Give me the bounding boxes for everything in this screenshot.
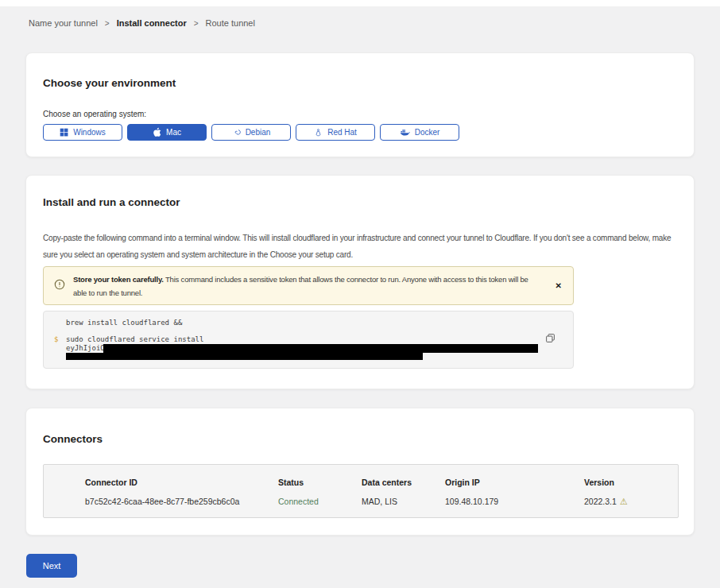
os-button-mac[interactable]: Mac bbox=[127, 124, 207, 141]
docker-icon bbox=[400, 128, 410, 137]
debian-icon bbox=[232, 128, 241, 137]
next-button[interactable]: Next bbox=[26, 554, 77, 578]
alert-circle-icon bbox=[54, 279, 65, 293]
card-title: Connectors bbox=[43, 433, 103, 445]
os-button-debian[interactable]: Debian bbox=[211, 124, 291, 141]
os-button-label: Windows bbox=[73, 128, 106, 137]
breadcrumb-step-install-connector[interactable]: Install connector bbox=[117, 18, 187, 28]
install-description: Copy-paste the following command into a … bbox=[43, 230, 679, 263]
choose-environment-card: Choose your environment Choose an operat… bbox=[25, 52, 695, 157]
os-button-label: Red Hat bbox=[327, 128, 357, 137]
column-header-version: Version bbox=[584, 478, 614, 487]
redacted-token-bar bbox=[103, 344, 538, 353]
card-title: Choose your environment bbox=[43, 77, 176, 89]
breadcrumb-separator: > bbox=[105, 19, 110, 28]
token-warning-text: Store your token carefully. This command… bbox=[73, 273, 540, 300]
os-button-label: Docker bbox=[415, 128, 440, 137]
os-button-label: Mac bbox=[166, 128, 181, 137]
code-line-sudo: sudo cloudflared service install bbox=[66, 335, 203, 343]
close-icon[interactable]: ✕ bbox=[555, 282, 562, 290]
os-button-windows[interactable]: Windows bbox=[43, 124, 122, 141]
install-connector-card: Install and run a connector Copy-paste t… bbox=[25, 175, 695, 389]
version-warning-icon: ⚠ bbox=[620, 497, 628, 506]
apple-icon bbox=[153, 127, 161, 137]
redacted-token-bar bbox=[66, 353, 423, 360]
code-line-brew: brew install cloudflared && bbox=[66, 319, 182, 327]
os-button-redhat[interactable]: Red Hat bbox=[296, 124, 375, 141]
connector-version-value: 2022.3.1⚠ bbox=[584, 497, 628, 507]
token-prefix: eyJhIjoiO bbox=[66, 344, 105, 352]
breadcrumb-step-name-tunnel[interactable]: Name your tunnel bbox=[29, 18, 98, 28]
connectors-card: Connectors Connector ID Status Data cent… bbox=[25, 408, 695, 536]
os-button-docker[interactable]: Docker bbox=[380, 124, 459, 141]
connectors-table: Connector ID Status Data centers Origin … bbox=[43, 464, 679, 518]
column-header-status: Status bbox=[278, 478, 304, 487]
breadcrumb: Name your tunnel > Install connector > R… bbox=[29, 18, 255, 28]
connector-data-centers-value: MAD, LIS bbox=[362, 497, 397, 506]
column-header-origin-ip: Origin IP bbox=[445, 478, 480, 487]
copy-icon[interactable] bbox=[545, 333, 555, 346]
connector-status-value: Connected bbox=[278, 497, 319, 506]
breadcrumb-step-route-tunnel[interactable]: Route tunnel bbox=[206, 18, 255, 28]
card-title: Install and run a connector bbox=[43, 196, 180, 208]
column-header-data-centers: Data centers bbox=[362, 478, 412, 487]
os-select-label: Choose an operating system: bbox=[43, 110, 146, 118]
os-button-group: Windows Mac Debian Red Hat Docker bbox=[43, 124, 459, 141]
os-button-label: Debian bbox=[246, 128, 271, 137]
connector-origin-ip-value: 109.48.10.179 bbox=[445, 497, 498, 506]
column-header-connector-id: Connector ID bbox=[85, 478, 137, 487]
shell-prompt: $ bbox=[54, 335, 58, 343]
token-warning-banner: Store your token carefully. This command… bbox=[43, 266, 574, 305]
top-strip bbox=[0, 0, 720, 6]
breadcrumb-separator: > bbox=[194, 19, 199, 28]
version-text: 2022.3.1 bbox=[584, 497, 617, 506]
connector-id-value: b7c52c42-6caa-48ee-8c77-fbe259cb6c0a bbox=[85, 497, 239, 506]
token-warning-bold: Store your token carefully. bbox=[73, 275, 164, 284]
redhat-icon bbox=[314, 128, 323, 137]
windows-icon bbox=[60, 128, 68, 137]
install-command-codeblock: brew install cloudflared && $ sudo cloud… bbox=[43, 311, 574, 369]
